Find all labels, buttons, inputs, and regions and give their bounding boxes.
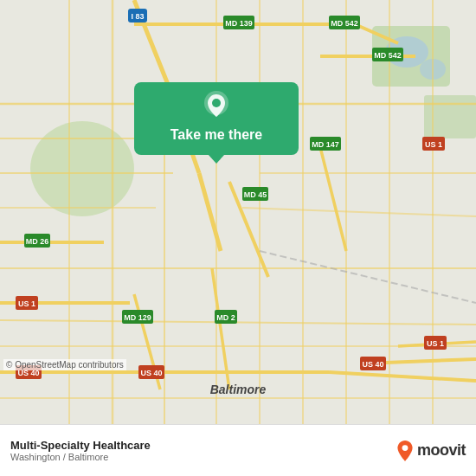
- map-container: I 83 I 83 MD 139 MD 542 MD 542 US 1 MD 1…: [0, 0, 476, 424]
- location-subtitle: Washington / Baltimore: [10, 452, 388, 462]
- popup-label: Take me there: [170, 127, 262, 143]
- svg-text:US 1: US 1: [427, 339, 444, 348]
- location-pin-icon: [201, 91, 232, 122]
- svg-text:MD 45: MD 45: [244, 190, 267, 199]
- svg-text:MD 129: MD 129: [124, 313, 151, 322]
- svg-text:US 1: US 1: [425, 140, 442, 149]
- svg-text:US 40: US 40: [140, 369, 162, 377]
- svg-text:MD 139: MD 139: [225, 19, 253, 28]
- svg-point-1: [30, 121, 134, 216]
- moovit-pin-icon: [396, 441, 414, 461]
- moovit-text: moovit: [417, 441, 466, 460]
- take-me-there-popup[interactable]: Take me there: [134, 82, 299, 155]
- svg-text:MD 542: MD 542: [374, 51, 402, 60]
- svg-point-78: [402, 445, 408, 451]
- svg-text:US 40: US 40: [362, 360, 383, 369]
- svg-point-77: [212, 99, 221, 107]
- svg-text:US 1: US 1: [18, 299, 35, 308]
- svg-text:MD 147: MD 147: [312, 140, 339, 149]
- location-title: Multi-Specialty Healthcare: [10, 439, 388, 452]
- svg-text:Baltimore: Baltimore: [210, 383, 267, 396]
- svg-text:I 83: I 83: [131, 12, 144, 21]
- svg-text:MD 26: MD 26: [26, 237, 49, 246]
- svg-text:MD 542: MD 542: [331, 19, 358, 28]
- map-attribution: © OpenStreetMap contributors: [3, 359, 126, 370]
- moovit-logo: moovit: [396, 441, 466, 461]
- location-info: Multi-Specialty Healthcare Washington / …: [10, 439, 388, 462]
- svg-text:MD 2: MD 2: [216, 313, 235, 322]
- bottom-bar: Multi-Specialty Healthcare Washington / …: [0, 424, 476, 476]
